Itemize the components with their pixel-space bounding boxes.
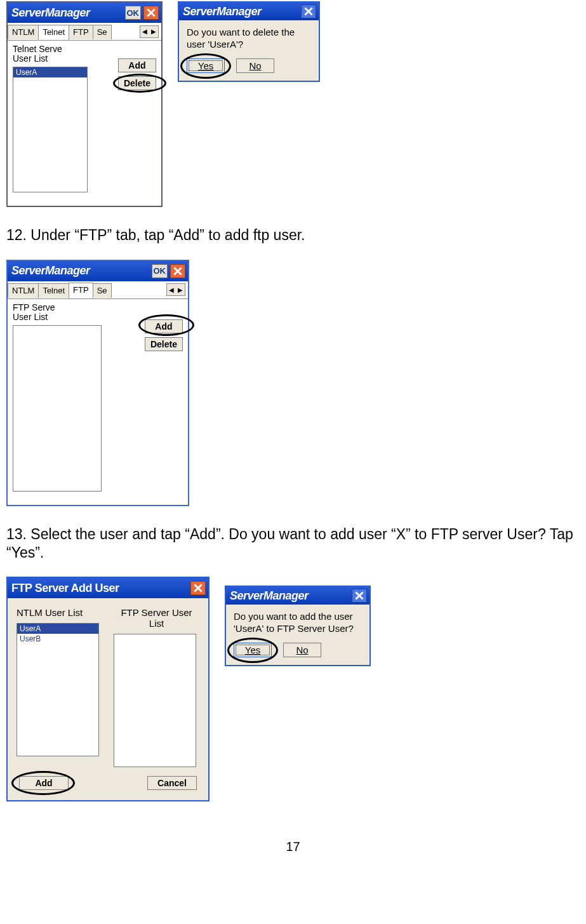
- ntlm-user-listbox[interactable]: UserA UserB: [17, 623, 99, 756]
- no-button[interactable]: No: [283, 643, 321, 657]
- ntlm-list-label: NTLM User List: [17, 607, 102, 618]
- close-button[interactable]: [143, 6, 159, 20]
- close-icon: [173, 267, 182, 276]
- list-item[interactable]: UserA: [13, 67, 87, 77]
- step-12-text: 12. Under “FTP” tab, tap “Add” to add ft…: [6, 226, 580, 244]
- tab-spin[interactable]: ◀▶: [140, 25, 159, 38]
- tab-ftp[interactable]: FTP: [69, 283, 93, 298]
- titlebar: FTP Server Add User: [8, 578, 208, 598]
- ok-button[interactable]: OK: [152, 264, 168, 278]
- tab-spin[interactable]: ◀▶: [166, 283, 185, 296]
- ftp-server-user-listbox[interactable]: [114, 634, 196, 767]
- tab-se[interactable]: Se: [93, 283, 112, 298]
- spin-left-icon: ◀: [167, 284, 176, 295]
- confirm-add-dialog: ServerManager Do you want to add the use…: [225, 586, 371, 666]
- close-icon: [355, 591, 364, 600]
- servermanager-ftp-window: ServerManager OK NTLM Telnet FTP Se ◀▶ F…: [6, 260, 189, 506]
- step-13-text: 13. Select the user and tap “Add”. Do yo…: [6, 525, 580, 562]
- delete-button[interactable]: Delete: [145, 337, 183, 351]
- tabstrip: NTLM Telnet FTP Se ◀▶: [8, 281, 188, 299]
- ftp-add-user-window: FTP Server Add User NTLM User List UserA…: [6, 577, 210, 801]
- close-button[interactable]: [301, 4, 316, 18]
- titlebar: ServerManager OK: [8, 3, 161, 23]
- userlist-label: FTP Serve User List: [13, 303, 138, 323]
- spin-right-icon: ▶: [176, 284, 185, 295]
- window-title: ServerManager: [229, 589, 349, 603]
- close-button[interactable]: [352, 589, 367, 603]
- window-title: FTP Server Add User: [10, 582, 188, 595]
- userlist-label: Telnet Serve User List: [13, 44, 112, 64]
- close-icon: [147, 8, 156, 17]
- cancel-button[interactable]: Cancel: [147, 776, 197, 790]
- add-button[interactable]: Add: [19, 776, 69, 790]
- confirm-delete-dialog: ServerManager Do you want to delete the …: [178, 1, 320, 82]
- list-item[interactable]: UserB: [17, 634, 98, 644]
- yes-button[interactable]: Yes: [234, 643, 272, 657]
- dialog-message: Do you want to delete the user 'UserA'?: [179, 20, 319, 58]
- window-title: ServerManager: [10, 264, 149, 278]
- spin-right-icon: ▶: [149, 26, 158, 37]
- tab-ntlm[interactable]: NTLM: [8, 25, 39, 39]
- list-item[interactable]: UserA: [17, 624, 98, 634]
- servermanager-telnet-window: ServerManager OK NTLM Telnet FTP Se ◀▶ T…: [6, 1, 163, 207]
- titlebar: ServerManager: [226, 587, 370, 605]
- delete-button[interactable]: Delete: [118, 76, 156, 90]
- ftp-list-label: FTP Server User List: [114, 607, 199, 629]
- close-icon: [304, 7, 313, 16]
- add-button[interactable]: Add: [145, 319, 183, 333]
- tabstrip: NTLM Telnet FTP Se ◀▶: [8, 23, 161, 41]
- close-icon: [194, 584, 203, 593]
- titlebar: ServerManager: [179, 3, 319, 20]
- close-button[interactable]: [170, 264, 185, 278]
- tab-ntlm[interactable]: NTLM: [8, 283, 39, 298]
- tab-se[interactable]: Se: [93, 25, 112, 39]
- tab-telnet[interactable]: Telnet: [38, 25, 69, 40]
- add-button[interactable]: Add: [118, 58, 156, 72]
- dialog-message: Do you want to add the user 'UserA' to F…: [226, 605, 370, 643]
- titlebar: ServerManager OK: [8, 261, 188, 281]
- tab-ftp[interactable]: FTP: [69, 25, 93, 39]
- telnet-user-listbox[interactable]: UserA: [13, 67, 88, 192]
- ok-button[interactable]: OK: [125, 6, 142, 20]
- no-button[interactable]: No: [236, 58, 274, 73]
- yes-button[interactable]: Yes: [187, 58, 225, 73]
- page-number: 17: [6, 840, 580, 854]
- window-title: ServerManager: [10, 6, 123, 20]
- spin-left-icon: ◀: [140, 26, 149, 37]
- close-button[interactable]: [190, 581, 206, 595]
- window-title: ServerManager: [182, 5, 298, 18]
- tab-telnet[interactable]: Telnet: [38, 283, 69, 298]
- ftp-user-listbox[interactable]: [13, 325, 102, 492]
